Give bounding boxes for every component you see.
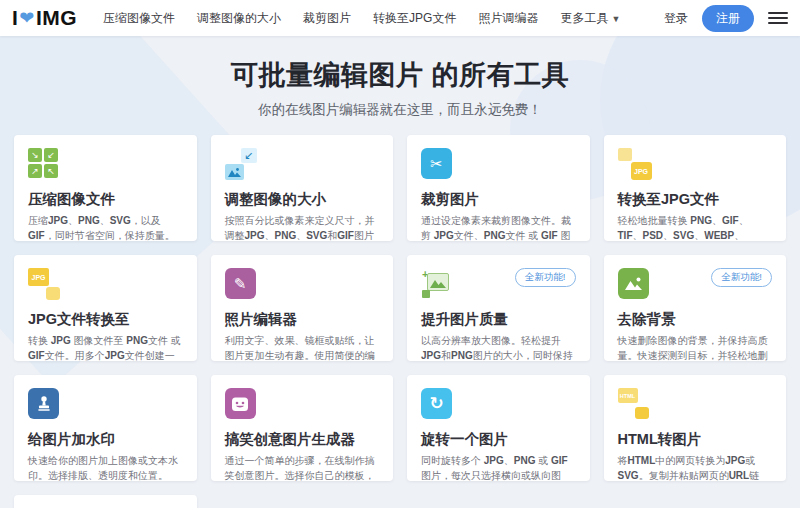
tool-title: 给图片加水印 [28,430,183,449]
tool-card-blur-face[interactable]: 全新功能! [14,495,197,508]
compress-icon: ↘↙↗↖ [28,148,62,182]
tool-description: 轻松地批量转换 PNG、GIF、TIF、PSD、SVG、WEBP、HEIC，或者… [618,214,773,241]
tool-description: 转换 JPG 图像文件至 PNG文件 或 GIF文件。用多个JPG文件创建一个 … [28,334,183,361]
tool-card-convert-to-jpg[interactable]: JPG 转换至JPG文件 轻松地批量转换 PNG、GIF、TIF、PSD、SVG… [604,135,787,241]
more-tools-label: 更多工具 [560,11,608,25]
tool-card-compress-image[interactable]: ↘↙↗↖ 压缩图像文件 压缩JPG、PNG、SVG，以及GIF，同时节省空间，保… [14,135,197,241]
nav-item-crop[interactable]: 裁剪图片 [303,10,351,27]
logo-text-i: I [12,6,18,30]
heart-icon: ❤ [19,7,35,29]
new-feature-badge: 全新功能! [515,268,576,287]
tool-description: 快速给你的图片加上图像或文本水印。选择排版、透明度和位置。 [28,454,183,481]
tool-card-remove-background[interactable]: 全新功能! 去除背景 快速删除图像的背景，并保持高质量。快速探测到目标，并轻松地… [604,255,787,361]
convert-from-jpg-icon: JPG [28,268,62,302]
tool-description: 以高分辨率放大图像。轻松提升JPG和PNG图片的大小，同时保持视觉质量。 [421,334,576,361]
tool-card-crop-image[interactable]: ✂ 裁剪图片 通过设定像素来裁剪图像文件。裁剪 JPG文件、PNG文件 或 GI… [407,135,590,241]
main-nav: 压缩图像文件 调整图像的大小 裁剪图片 转换至JPG文件 照片调编器 更多工具▼ [103,10,664,27]
register-button[interactable]: 注册 [702,5,754,32]
tool-title: 照片编辑器 [225,310,380,329]
upscale-image-icon: + [421,268,455,302]
tool-card-photo-editor[interactable]: ✎ 照片编辑器 利用文字、效果、镜框或贴纸，让图片更加生动有趣。使用简便的编辑工… [211,255,394,361]
tool-card-upscale-image[interactable]: + 全新功能! 提升图片质量 以高分辨率放大图像。轻松提升JPG和PNG图片的大… [407,255,590,361]
tool-card-watermark-image[interactable]: 给图片加水印 快速给你的图片加上图像或文本水印。选择排版、透明度和位置。 [14,375,197,481]
tool-title: 裁剪图片 [421,190,576,209]
site-logo[interactable]: I❤IMG [12,6,77,30]
tool-card-html-to-image[interactable]: HTML HTML转图片 将HTML中的网页转换为JPG或SVG。复制并粘贴网页… [604,375,787,481]
tool-description: 压缩JPG、PNG、SVG，以及GIF，同时节省空间，保持质量。 [28,214,183,241]
header-actions: 登录 注册 [664,5,788,32]
tool-title: 搞笑创意图片生成器 [225,430,380,449]
tool-title: 压缩图像文件 [28,190,183,209]
tool-description: 快速删除图像的背景，并保持高质量。快速探测到目标，并轻松地删除背景。 [618,334,773,361]
html-to-image-icon: HTML [618,388,652,422]
convert-to-jpg-icon: JPG [618,148,652,182]
nav-item-photo-editor[interactable]: 照片调编器 [478,10,538,27]
tool-card-convert-from-jpg[interactable]: JPG JPG文件转换至 转换 JPG 图像文件至 PNG文件 或 GIF文件。… [14,255,197,361]
hero-section: 可批量编辑图片 的所有工具 你的在线图片编辑器就在这里，而且永远免费！ [0,36,800,135]
chevron-down-icon: ▼ [611,14,620,24]
rotate-arrow-icon: ↻ [421,388,452,419]
tool-title: HTML转图片 [618,430,773,449]
tools-grid: ↘↙↗↖ 压缩图像文件 压缩JPG、PNG、SVG，以及GIF，同时节省空间，保… [0,135,800,508]
meme-face-icon [225,388,256,419]
tool-description: 将HTML中的网页转换为JPG或SVG。复制并粘贴网页的URL链接，然后单击，将… [618,454,773,481]
crop-scissors-icon: ✂ [421,148,452,179]
resize-icon: ↙ [225,148,259,182]
hamburger-menu-icon[interactable] [768,10,788,26]
login-link[interactable]: 登录 [664,10,688,27]
tool-description: 同时旋转多个 JPG、PNG 或 GIF 图片，每次只选择横向或纵向图片！ [421,454,576,481]
tool-title: 转换至JPG文件 [618,190,773,209]
top-navbar: I❤IMG 压缩图像文件 调整图像的大小 裁剪图片 转换至JPG文件 照片调编器… [0,0,800,36]
tool-title: 调整图像的大小 [225,190,380,209]
tool-card-meme-generator[interactable]: 搞笑创意图片生成器 通过一个简单的步骤，在线制作搞笑创意图片。选择你自己的模板，… [211,375,394,481]
new-feature-badge: 全新功能! [711,268,772,287]
tool-description: 按照百分比或像素来定义尺寸，并调整JPG、PNG、SVG和GIF图片的尺寸。 [225,214,380,241]
page-subtitle: 你的在线图片编辑器就在这里，而且永远免费！ [10,101,790,119]
tool-title: JPG文件转换至 [28,310,183,329]
tool-card-rotate-image[interactable]: ↻ 旋转一个图片 同时旋转多个 JPG、PNG 或 GIF 图片，每次只选择横向… [407,375,590,481]
logo-text-img: IMG [36,6,77,30]
nav-item-more-tools[interactable]: 更多工具▼ [560,10,620,27]
tool-title: 提升图片质量 [421,310,576,329]
tool-title: 去除背景 [618,310,773,329]
pencil-icon: ✎ [225,268,256,299]
remove-background-icon [618,268,649,299]
page-title: 可批量编辑图片 的所有工具 [10,57,790,93]
tool-card-resize-image[interactable]: ↙ 调整图像的大小 按照百分比或像素来定义尺寸，并调整JPG、PNG、SVG和G… [211,135,394,241]
tool-title: 旋转一个图片 [421,430,576,449]
nav-item-compress[interactable]: 压缩图像文件 [103,10,175,27]
watermark-stamp-icon [28,388,59,419]
nav-item-convert-to-jpg[interactable]: 转换至JPG文件 [373,10,456,27]
nav-item-resize[interactable]: 调整图像的大小 [197,10,281,27]
tool-description: 通过设定像素来裁剪图像文件。裁剪 JPG文件、PNG文件 或 GIF 图像文件。 [421,214,576,241]
tool-description: 通过一个简单的步骤，在线制作搞笑创意图片。选择你自己的模板，或者从最流行的模板中… [225,454,380,481]
tool-description: 利用文字、效果、镜框或贴纸，让图片更加生动有趣。使用简便的编辑工具，满足你的创意… [225,334,380,361]
